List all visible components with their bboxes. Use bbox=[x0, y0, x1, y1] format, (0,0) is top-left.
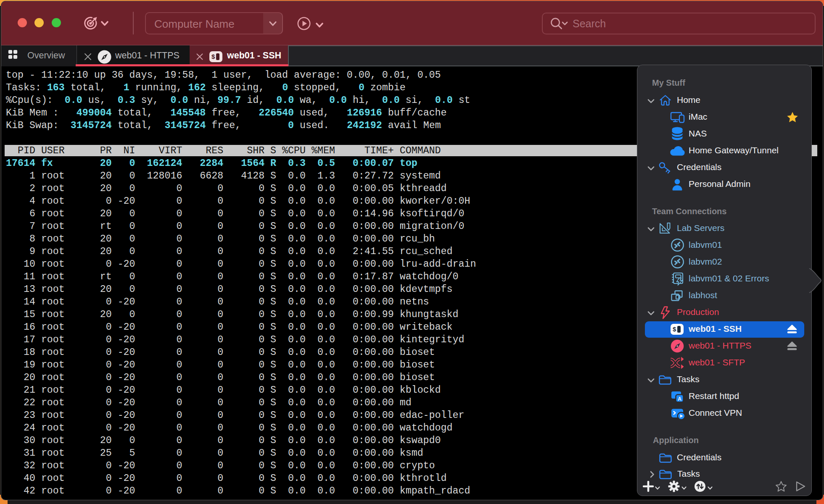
svg-text:A: A bbox=[678, 396, 681, 402]
